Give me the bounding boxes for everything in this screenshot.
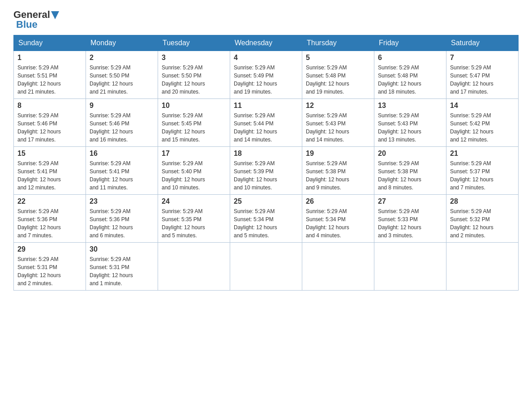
day-number: 14 xyxy=(450,102,515,110)
day-info: Sunrise: 5:29 AMSunset: 5:33 PMDaylight:… xyxy=(378,207,442,240)
day-number: 19 xyxy=(306,150,370,158)
day-number: 3 xyxy=(162,54,226,62)
calendar-cell: 27Sunrise: 5:29 AMSunset: 5:33 PMDayligh… xyxy=(374,195,446,243)
day-info: Sunrise: 5:29 AMSunset: 5:38 PMDaylight:… xyxy=(306,159,370,192)
day-info: Sunrise: 5:29 AMSunset: 5:37 PMDaylight:… xyxy=(450,159,515,192)
day-info: Sunrise: 5:29 AMSunset: 5:35 PMDaylight:… xyxy=(162,207,226,240)
svg-marker-0 xyxy=(51,11,59,19)
day-info: Sunrise: 5:29 AMSunset: 5:43 PMDaylight:… xyxy=(306,111,370,144)
calendar-cell: 12Sunrise: 5:29 AMSunset: 5:43 PMDayligh… xyxy=(302,99,374,147)
calendar-cell: 22Sunrise: 5:29 AMSunset: 5:36 PMDayligh… xyxy=(14,195,86,243)
day-number: 30 xyxy=(90,245,154,253)
calendar-header-row: SundayMondayTuesdayWednesdayThursdayFrid… xyxy=(14,35,519,51)
day-info: Sunrise: 5:29 AMSunset: 5:32 PMDaylight:… xyxy=(450,207,515,240)
calendar-cell: 23Sunrise: 5:29 AMSunset: 5:36 PMDayligh… xyxy=(86,195,158,243)
calendar-week-row: 22Sunrise: 5:29 AMSunset: 5:36 PMDayligh… xyxy=(14,195,519,243)
calendar-cell xyxy=(230,243,302,291)
calendar-cell: 29Sunrise: 5:29 AMSunset: 5:31 PMDayligh… xyxy=(14,243,86,291)
day-info: Sunrise: 5:29 AMSunset: 5:41 PMDaylight:… xyxy=(90,159,154,192)
calendar-week-row: 1Sunrise: 5:29 AMSunset: 5:51 PMDaylight… xyxy=(14,51,519,99)
calendar-cell: 11Sunrise: 5:29 AMSunset: 5:44 PMDayligh… xyxy=(230,99,302,147)
day-info: Sunrise: 5:29 AMSunset: 5:50 PMDaylight:… xyxy=(90,64,154,96)
calendar-cell: 16Sunrise: 5:29 AMSunset: 5:41 PMDayligh… xyxy=(86,147,158,195)
day-number: 8 xyxy=(17,102,82,110)
calendar-cell: 21Sunrise: 5:29 AMSunset: 5:37 PMDayligh… xyxy=(446,147,519,195)
calendar-cell: 9Sunrise: 5:29 AMSunset: 5:46 PMDaylight… xyxy=(86,99,158,147)
day-number: 20 xyxy=(378,150,442,158)
calendar-cell: 13Sunrise: 5:29 AMSunset: 5:43 PMDayligh… xyxy=(374,99,446,147)
day-number: 25 xyxy=(234,197,298,206)
calendar-cell xyxy=(446,243,519,291)
calendar-week-row: 8Sunrise: 5:29 AMSunset: 5:46 PMDaylight… xyxy=(14,99,519,147)
calendar-cell: 20Sunrise: 5:29 AMSunset: 5:38 PMDayligh… xyxy=(374,147,446,195)
calendar-cell: 24Sunrise: 5:29 AMSunset: 5:35 PMDayligh… xyxy=(158,195,230,243)
weekday-header: Thursday xyxy=(302,35,374,51)
weekday-header: Wednesday xyxy=(230,35,302,51)
day-number: 15 xyxy=(17,150,82,158)
day-info: Sunrise: 5:29 AMSunset: 5:42 PMDaylight:… xyxy=(450,111,515,144)
calendar-cell: 30Sunrise: 5:29 AMSunset: 5:31 PMDayligh… xyxy=(86,243,158,291)
calendar-cell: 15Sunrise: 5:29 AMSunset: 5:41 PMDayligh… xyxy=(14,147,86,195)
logo-triangle-icon xyxy=(51,11,59,19)
day-info: Sunrise: 5:29 AMSunset: 5:34 PMDaylight:… xyxy=(306,207,370,240)
calendar-cell xyxy=(302,243,374,291)
day-info: Sunrise: 5:29 AMSunset: 5:49 PMDaylight:… xyxy=(234,64,298,96)
day-number: 11 xyxy=(234,102,298,110)
calendar-cell: 8Sunrise: 5:29 AMSunset: 5:46 PMDaylight… xyxy=(14,99,86,147)
day-number: 17 xyxy=(162,150,226,158)
day-number: 13 xyxy=(378,102,442,110)
calendar-cell: 3Sunrise: 5:29 AMSunset: 5:50 PMDaylight… xyxy=(158,51,230,99)
calendar-cell xyxy=(374,243,446,291)
day-info: Sunrise: 5:29 AMSunset: 5:51 PMDaylight:… xyxy=(17,64,82,96)
calendar-cell: 28Sunrise: 5:29 AMSunset: 5:32 PMDayligh… xyxy=(446,195,519,243)
calendar-cell: 14Sunrise: 5:29 AMSunset: 5:42 PMDayligh… xyxy=(446,99,519,147)
day-info: Sunrise: 5:29 AMSunset: 5:39 PMDaylight:… xyxy=(234,159,298,192)
weekday-header: Monday xyxy=(86,35,158,51)
weekday-header: Saturday xyxy=(446,35,519,51)
day-number: 7 xyxy=(450,54,515,62)
day-number: 5 xyxy=(306,54,370,62)
day-info: Sunrise: 5:29 AMSunset: 5:31 PMDaylight:… xyxy=(90,255,154,287)
day-info: Sunrise: 5:29 AMSunset: 5:36 PMDaylight:… xyxy=(90,207,154,240)
day-info: Sunrise: 5:29 AMSunset: 5:46 PMDaylight:… xyxy=(17,111,82,144)
weekday-header: Tuesday xyxy=(158,35,230,51)
day-info: Sunrise: 5:29 AMSunset: 5:48 PMDaylight:… xyxy=(306,64,370,96)
calendar-cell: 2Sunrise: 5:29 AMSunset: 5:50 PMDaylight… xyxy=(86,51,158,99)
day-number: 28 xyxy=(450,197,515,206)
calendar-cell: 19Sunrise: 5:29 AMSunset: 5:38 PMDayligh… xyxy=(302,147,374,195)
day-number: 2 xyxy=(90,54,154,62)
calendar-cell xyxy=(158,243,230,291)
day-info: Sunrise: 5:29 AMSunset: 5:34 PMDaylight:… xyxy=(234,207,298,240)
calendar-cell: 4Sunrise: 5:29 AMSunset: 5:49 PMDaylight… xyxy=(230,51,302,99)
calendar-cell: 1Sunrise: 5:29 AMSunset: 5:51 PMDaylight… xyxy=(14,51,86,99)
day-info: Sunrise: 5:29 AMSunset: 5:43 PMDaylight:… xyxy=(378,111,442,144)
day-info: Sunrise: 5:29 AMSunset: 5:50 PMDaylight:… xyxy=(162,64,226,96)
day-number: 10 xyxy=(162,102,226,110)
calendar-cell: 18Sunrise: 5:29 AMSunset: 5:39 PMDayligh… xyxy=(230,147,302,195)
calendar-cell: 17Sunrise: 5:29 AMSunset: 5:40 PMDayligh… xyxy=(158,147,230,195)
day-number: 26 xyxy=(306,197,370,206)
day-number: 27 xyxy=(378,197,442,206)
day-number: 6 xyxy=(378,54,442,62)
calendar-week-row: 15Sunrise: 5:29 AMSunset: 5:41 PMDayligh… xyxy=(14,147,519,195)
day-number: 24 xyxy=(162,197,226,206)
day-info: Sunrise: 5:29 AMSunset: 5:38 PMDaylight:… xyxy=(378,159,442,192)
calendar-table: SundayMondayTuesdayWednesdayThursdayFrid… xyxy=(13,35,519,291)
logo: General Blue xyxy=(13,9,59,30)
calendar-week-row: 29Sunrise: 5:29 AMSunset: 5:31 PMDayligh… xyxy=(14,243,519,291)
day-info: Sunrise: 5:29 AMSunset: 5:31 PMDaylight:… xyxy=(17,255,82,287)
day-number: 29 xyxy=(17,245,82,253)
day-info: Sunrise: 5:29 AMSunset: 5:48 PMDaylight:… xyxy=(378,64,442,96)
day-info: Sunrise: 5:29 AMSunset: 5:36 PMDaylight:… xyxy=(17,207,82,240)
day-info: Sunrise: 5:29 AMSunset: 5:45 PMDaylight:… xyxy=(162,111,226,144)
page-header: General Blue xyxy=(13,9,519,30)
weekday-header: Sunday xyxy=(14,35,86,51)
calendar-cell: 6Sunrise: 5:29 AMSunset: 5:48 PMDaylight… xyxy=(374,51,446,99)
calendar-cell: 26Sunrise: 5:29 AMSunset: 5:34 PMDayligh… xyxy=(302,195,374,243)
day-number: 9 xyxy=(90,102,154,110)
day-number: 18 xyxy=(234,150,298,158)
day-number: 23 xyxy=(90,197,154,206)
day-number: 4 xyxy=(234,54,298,62)
weekday-header: Friday xyxy=(374,35,446,51)
day-number: 22 xyxy=(17,197,82,206)
